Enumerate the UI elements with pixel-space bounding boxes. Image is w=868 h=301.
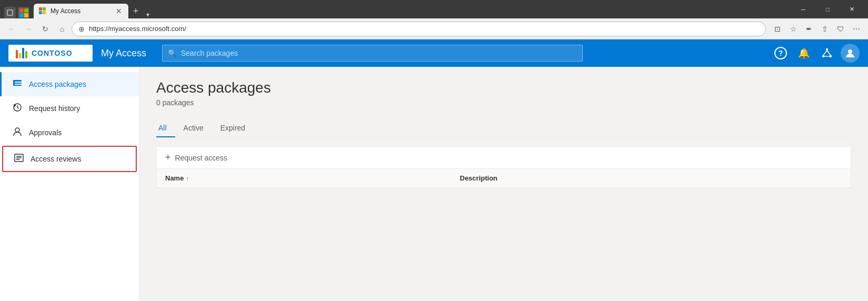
window-controls: ─ □ ✕ (791, 0, 864, 18)
tabs-row: All Active Expired (156, 119, 851, 138)
svg-rect-0 (826, 48, 828, 51)
page-title: Access packages (156, 79, 851, 96)
more-button[interactable]: ⋯ (849, 22, 864, 36)
tab-title-text: My Access (51, 7, 110, 15)
column-name: Name ↑ (165, 174, 460, 182)
sort-icon[interactable]: ↑ (186, 175, 189, 182)
sidebar: Access packages Request history Appr (0, 67, 139, 301)
tab-close-button[interactable]: ✕ (115, 7, 123, 15)
favicon (39, 7, 46, 15)
request-access-bar[interactable]: + Request access (157, 147, 851, 169)
svg-rect-2 (830, 55, 832, 57)
table-header: Name ↑ Description (157, 169, 851, 188)
sidebar-item-label-access-reviews: Access reviews (31, 155, 81, 163)
sidebar-item-label-request-history: Request history (29, 104, 80, 113)
address-bar-row: ← → ↻ ⌂ ⊕ https://myaccess.microsoft.com… (0, 18, 868, 39)
sidebar-item-approvals[interactable]: Approvals (0, 121, 139, 145)
forward-button[interactable]: → (21, 22, 36, 36)
collections-button[interactable]: ✒ (802, 22, 816, 36)
column-name-label: Name (165, 174, 184, 182)
browser-tab[interactable]: My Access ✕ (34, 4, 128, 18)
company-name-text: CONTOSO (32, 49, 73, 57)
svg-line-3 (823, 51, 827, 55)
plus-icon: + (165, 152, 171, 163)
access-packages-icon (12, 78, 23, 90)
company-logo[interactable]: CONTOSO (8, 45, 93, 62)
svg-rect-10 (13, 80, 15, 86)
sidebar-item-request-history[interactable]: Request history (0, 96, 139, 121)
share-button[interactable]: ⇧ (817, 22, 832, 36)
header-right: ? 🔔 (771, 44, 860, 63)
avatar-icon (845, 48, 855, 58)
new-tab-button[interactable]: + (128, 4, 143, 18)
address-field[interactable]: ⊕ https://myaccess.microsoft.com/ (72, 22, 766, 36)
toolbar-icons: ⊡ ☆ ✒ ⇧ 🛡 ⋯ (770, 22, 864, 36)
app-header: CONTOSO My Access 🔍 Search packages ? 🔔 (0, 39, 868, 67)
packages-count: 0 packages (156, 98, 851, 107)
favorites-button[interactable]: ☆ (786, 22, 801, 36)
tab-bar: My Access ✕ + ▾ ─ □ ✕ (4, 0, 864, 18)
logo-icon (16, 48, 27, 58)
url-text: https://myaccess.microsoft.com/ (89, 25, 759, 33)
column-description: Description (460, 174, 842, 182)
sidebar-item-access-reviews[interactable]: Access reviews (2, 146, 137, 172)
search-icon: 🔍 (168, 49, 177, 57)
tab-dropdown-button[interactable]: ▾ (143, 11, 153, 18)
search-box[interactable]: 🔍 Search packages (162, 45, 583, 62)
approvals-icon (12, 127, 23, 138)
app-title: My Access (101, 48, 154, 59)
close-button[interactable]: ✕ (840, 0, 864, 18)
back-button[interactable]: ← (4, 22, 19, 36)
reader-mode-button[interactable]: ⊡ (770, 22, 785, 36)
content-area: Access packages 0 packages All Active Ex… (139, 67, 868, 301)
maximize-button[interactable]: □ (815, 0, 840, 18)
taskbar-icon2[interactable] (18, 7, 29, 18)
home-button[interactable]: ⌂ (55, 22, 69, 36)
help-button[interactable]: ? (771, 44, 790, 63)
request-access-label: Request access (175, 154, 228, 162)
svg-point-6 (848, 49, 852, 54)
globe-icon: ⊕ (78, 25, 85, 33)
avatar-button[interactable] (841, 44, 860, 63)
request-history-icon (12, 103, 23, 114)
search-placeholder: Search packages (181, 49, 238, 57)
tab-active[interactable]: Active (175, 119, 212, 137)
taskbar-icon1[interactable] (4, 7, 16, 18)
minimize-button[interactable]: ─ (791, 0, 815, 18)
refresh-button[interactable]: ↻ (38, 22, 53, 36)
network-button[interactable] (817, 44, 836, 63)
svg-point-12 (15, 128, 19, 132)
content-panel: + Request access Name ↑ Description (156, 146, 851, 188)
tab-all[interactable]: All (156, 119, 175, 137)
access-reviews-icon (14, 153, 24, 165)
sidebar-item-label-approvals: Approvals (29, 128, 62, 137)
main-layout: Access packages Request history Appr (0, 67, 868, 301)
sidebar-item-access-packages[interactable]: Access packages (0, 72, 139, 96)
tab-expired[interactable]: Expired (212, 119, 254, 137)
browser-chrome: My Access ✕ + ▾ ─ □ ✕ (0, 0, 868, 18)
network-icon (822, 48, 832, 58)
notification-button[interactable]: 🔔 (794, 44, 813, 63)
svg-rect-1 (822, 55, 824, 57)
svg-line-4 (827, 51, 831, 55)
shield-icon[interactable]: 🛡 (833, 22, 848, 36)
sidebar-item-label-access-packages: Access packages (29, 80, 86, 88)
